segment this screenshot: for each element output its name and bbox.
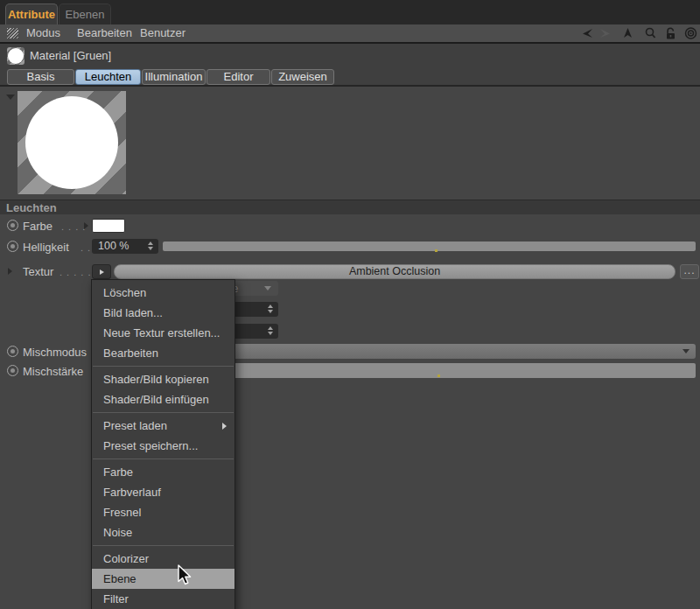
menu-item-shader-einfuegen[interactable]: Shader/Bild einfügen bbox=[92, 389, 234, 410]
menu-item-filter[interactable]: Filter bbox=[92, 589, 234, 609]
tab-leuchten[interactable]: Leuchten bbox=[75, 69, 141, 85]
channel-tab-row: Basis Leuchten Illumination Editor Zuwei… bbox=[0, 68, 700, 87]
parent-up-icon[interactable] bbox=[620, 26, 635, 40]
tab-zuweisen[interactable]: Zuweisen bbox=[271, 69, 334, 85]
chevron-down-icon bbox=[682, 349, 690, 354]
section-header: Leuchten bbox=[0, 200, 700, 214]
submenu-arrow-icon bbox=[222, 423, 227, 430]
menu-item-loeschen[interactable]: Löschen bbox=[92, 283, 234, 303]
menu-separator bbox=[93, 366, 234, 367]
menu-separator bbox=[93, 412, 234, 413]
menu-item-ebene[interactable]: Ebene bbox=[92, 569, 234, 589]
drag-handle-icon[interactable] bbox=[7, 28, 18, 38]
stepper-icon[interactable] bbox=[268, 326, 274, 336]
farbe-leader-dots: . . . . bbox=[61, 221, 86, 232]
mischstaerke-row: Mischstärke bbox=[0, 363, 88, 378]
history-forward-icon[interactable] bbox=[598, 26, 613, 40]
tab-ebenen[interactable]: Ebenen bbox=[59, 4, 111, 24]
tab-attribute[interactable]: Attribute bbox=[5, 4, 58, 24]
menu-item-label: Preset laden bbox=[103, 419, 167, 432]
animation-dot-icon[interactable] bbox=[7, 241, 18, 252]
menu-item-preset-laden[interactable]: Preset laden bbox=[92, 416, 234, 436]
menu-bearbeiten[interactable]: Bearbeiten bbox=[77, 24, 132, 42]
color-expand-icon[interactable] bbox=[84, 222, 88, 229]
chevron-down-icon bbox=[264, 286, 271, 290]
texture-context-menu: Löschen Bild laden... Neue Textur erstel… bbox=[91, 279, 235, 609]
animation-dot-icon[interactable] bbox=[7, 220, 18, 231]
menu-item-shader-kopieren[interactable]: Shader/Bild kopieren bbox=[92, 369, 234, 389]
menu-item-fresnel[interactable]: Fresnel bbox=[92, 502, 234, 522]
farbe-label: Farbe bbox=[23, 220, 52, 233]
helligkeit-input[interactable]: 100 % bbox=[92, 239, 158, 254]
menu-separator bbox=[93, 545, 234, 546]
preview-sphere bbox=[25, 96, 118, 189]
lock-open-icon[interactable] bbox=[663, 26, 678, 40]
textur-row: Textur . . . . . . Ambient Occlusion ... bbox=[0, 264, 700, 279]
helligkeit-row: Helligkeit . . . 100 % bbox=[0, 239, 700, 255]
menu-modus[interactable]: Modus bbox=[26, 24, 60, 42]
tab-illumination[interactable]: Illumination bbox=[142, 69, 206, 85]
mischstaerke-label: Mischstärke bbox=[23, 365, 83, 378]
search-icon[interactable] bbox=[643, 26, 658, 40]
helligkeit-value: 100 % bbox=[98, 239, 129, 254]
menu-item-farbe[interactable]: Farbe bbox=[92, 462, 234, 482]
helligkeit-slider[interactable] bbox=[163, 242, 696, 251]
animation-dot-icon[interactable] bbox=[7, 346, 18, 357]
menu-benutzer[interactable]: Benutzer bbox=[140, 24, 186, 42]
target-icon[interactable] bbox=[683, 26, 698, 40]
history-back-icon[interactable] bbox=[579, 26, 594, 40]
animation-dot-icon[interactable] bbox=[7, 365, 18, 376]
menu-separator bbox=[93, 458, 234, 459]
material-header: Material [Gruen] bbox=[0, 44, 700, 68]
textur-shader-button[interactable]: Ambient Occlusion bbox=[114, 264, 676, 279]
tab-editor[interactable]: Editor bbox=[206, 69, 270, 85]
menu-item-bearbeiten[interactable]: Bearbeiten bbox=[92, 343, 234, 363]
material-title: Material [Gruen] bbox=[30, 44, 111, 68]
helligkeit-label: Helligkeit bbox=[23, 241, 69, 254]
textur-more-button[interactable]: ... bbox=[680, 264, 699, 279]
menu-item-farbverlauf[interactable]: Farbverlauf bbox=[92, 482, 234, 502]
menu-item-neue-textur[interactable]: Neue Textur erstellen... bbox=[92, 323, 234, 343]
textur-expander-icon[interactable] bbox=[8, 268, 12, 275]
slider-default-tick bbox=[438, 374, 440, 377]
stepper-icon[interactable] bbox=[148, 242, 154, 251]
menubar: Modus Bearbeiten Benutzer bbox=[0, 24, 700, 44]
mischmodus-label: Mischmodus bbox=[23, 346, 87, 359]
menu-item-colorizer[interactable]: Colorizer bbox=[92, 549, 234, 569]
panel-tab-strip: Attribute Ebenen bbox=[0, 0, 700, 24]
slider-default-tick bbox=[435, 249, 438, 252]
material-preview[interactable] bbox=[18, 91, 126, 194]
tab-basis[interactable]: Basis bbox=[7, 69, 74, 85]
menu-item-preset-speichern[interactable]: Preset speichern... bbox=[92, 436, 234, 456]
arrow-right-icon bbox=[100, 270, 104, 275]
color-swatch[interactable] bbox=[92, 219, 125, 233]
textur-label: Textur bbox=[23, 265, 53, 278]
farbe-row: Farbe . . . . bbox=[0, 219, 700, 234]
material-thumbnail-icon bbox=[7, 47, 24, 65]
menu-item-noise[interactable]: Noise bbox=[92, 522, 234, 542]
stepper-icon[interactable] bbox=[268, 304, 274, 314]
mouse-cursor bbox=[177, 564, 194, 591]
menu-item-bild-laden[interactable]: Bild laden... bbox=[92, 303, 234, 323]
attribute-manager-window: Attribute Ebenen Modus Bearbeiten Benutz… bbox=[0, 0, 700, 609]
textur-menu-button[interactable] bbox=[92, 264, 111, 279]
preview-expander-icon[interactable] bbox=[6, 94, 15, 100]
mischmodus-row: Mischmodus bbox=[0, 344, 88, 359]
